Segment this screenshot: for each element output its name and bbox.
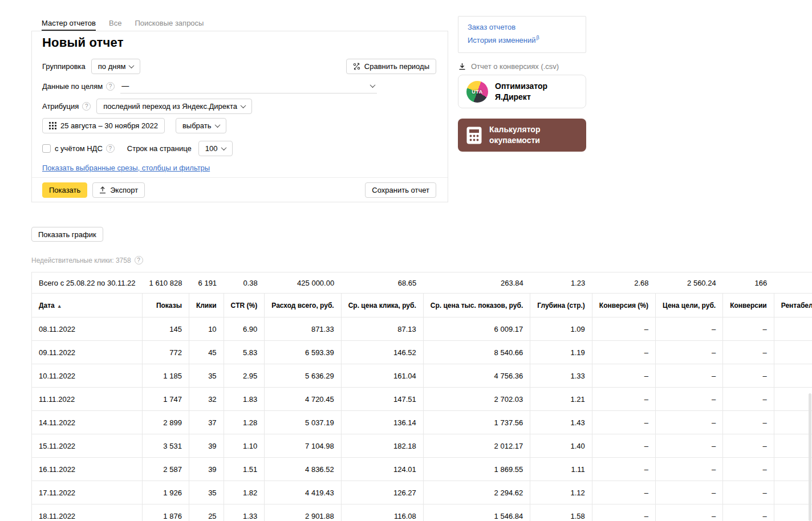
value-cell: 1.28 [224, 411, 265, 434]
summary-value: 2 560.24 [656, 272, 723, 294]
help-icon[interactable]: ? [106, 82, 115, 91]
summary-value: 1.23 [530, 272, 592, 294]
value-cell: 871.33 [265, 318, 341, 341]
value-cell: 7 104.98 [265, 434, 341, 458]
column-header[interactable]: Конверсии [723, 294, 774, 318]
value-cell: 1.10 [224, 434, 265, 458]
column-header[interactable]: Клики [189, 294, 224, 318]
goals-label: Данные по целям [42, 82, 103, 91]
summary-value: 68.65 [341, 272, 423, 294]
show-slices-link[interactable]: Показать выбранные срезы, столбцы и филь… [42, 164, 210, 172]
column-header[interactable]: Показы [143, 294, 189, 318]
value-cell: 146.52 [341, 341, 423, 364]
show-chart-label: Показать график [38, 230, 96, 239]
date-cell: 17.11.2022 [32, 481, 143, 504]
calculator-line1: Калькулятор [489, 124, 540, 135]
date-preset-value: выбрать [182, 121, 212, 130]
date-preset-select[interactable]: выбрать [176, 118, 226, 133]
date-range-button[interactable]: 25 августа – 30 ноября 2022 [42, 118, 165, 133]
value-cell: 2 012.17 [423, 434, 530, 458]
value-cell: – [592, 411, 655, 434]
report-tabs: Мастер отчетов Все Поисковые запросы [42, 19, 204, 31]
column-header[interactable]: Ср. цена клика, руб. [341, 294, 423, 318]
value-cell: – [723, 504, 774, 521]
value-cell: 2.95 [224, 364, 265, 388]
value-cell: 1.43 [530, 411, 592, 434]
tab-search-queries[interactable]: Поисковые запросы [135, 19, 204, 31]
attribution-select[interactable]: последний переход из Яндекс.Директа [96, 99, 252, 114]
grouping-value: по дням [98, 62, 126, 71]
value-cell: 2 901.88 [265, 504, 341, 521]
uta-logo-icon: UTA [466, 81, 488, 103]
save-report-button[interactable]: Сохранить отчет [365, 182, 436, 198]
value-cell: – [774, 458, 812, 481]
show-chart-button[interactable]: Показать график [31, 227, 103, 242]
value-cell: 116.08 [341, 504, 423, 521]
help-icon[interactable]: ? [82, 102, 91, 111]
show-button-label: Показать [49, 186, 80, 194]
column-header[interactable]: CTR (%) [224, 294, 265, 318]
value-cell: 1.09 [530, 318, 592, 341]
summary-value: 166 [723, 272, 774, 294]
help-icon[interactable]: ? [106, 144, 115, 153]
vat-checkbox[interactable] [42, 144, 51, 153]
value-cell: 1 747 [143, 388, 189, 411]
date-cell: 11.11.2022 [32, 388, 143, 411]
value-cell: – [723, 341, 774, 364]
invalid-clicks-note: Недействительные клики: 3758 ? [31, 256, 143, 264]
optimizer-banner[interactable]: UTA Оптимизатор Я.Директ [458, 75, 586, 108]
goals-value: — [121, 82, 129, 90]
order-reports-link[interactable]: Заказ отчетов [468, 23, 576, 31]
table-row: 18.11.20221 876251.332 901.88116.081 546… [32, 504, 812, 521]
date-cell: 14.11.2022 [32, 411, 143, 434]
goals-select[interactable]: — [120, 79, 377, 93]
value-cell: 1.58 [530, 504, 592, 521]
value-cell: 136.14 [341, 411, 423, 434]
optimizer-line1: Оптимизатор [495, 81, 547, 92]
tab-report-wizard[interactable]: Мастер отчетов [42, 19, 96, 31]
value-cell: – [656, 411, 723, 434]
column-header[interactable]: Цена цели, руб. [656, 294, 723, 318]
history-link[interactable]: История изменений [468, 36, 536, 44]
value-cell: 8 540.66 [423, 341, 530, 364]
calculator-icon [466, 127, 482, 144]
export-button[interactable]: Экспорт [92, 182, 145, 198]
value-cell: 25 [189, 504, 224, 521]
rows-per-page-select[interactable]: 100 [198, 141, 233, 156]
value-cell: 1.19 [530, 341, 592, 364]
conversions-csv-link[interactable]: Отчет о конверсиях (.csv) [458, 62, 559, 71]
value-cell: – [774, 411, 812, 434]
show-button[interactable]: Показать [42, 182, 87, 198]
grouping-select[interactable]: по дням [91, 59, 141, 74]
date-cell: 10.11.2022 [32, 364, 143, 388]
value-cell: – [656, 504, 723, 521]
calculator-title: Калькулятор окупаемости [489, 124, 540, 146]
date-cell: 15.11.2022 [32, 434, 143, 458]
column-header[interactable]: Ср. цена тыс. показов, руб. [423, 294, 530, 318]
value-cell: 1 737.56 [423, 411, 530, 434]
value-cell: – [656, 458, 723, 481]
column-header[interactable]: Дата▲ [32, 294, 143, 318]
invalid-clicks-label: Недействительные клики: 3758 [31, 257, 131, 264]
tab-all[interactable]: Все [109, 19, 121, 31]
column-header[interactable]: Рентабельность [774, 294, 812, 318]
vertical-scrollbar[interactable] [809, 393, 811, 521]
chevron-down-icon [214, 122, 220, 128]
value-cell: 45 [189, 341, 224, 364]
value-cell: 5 037.19 [265, 411, 341, 434]
column-header[interactable]: Расход всего, руб. [265, 294, 341, 318]
value-cell: – [723, 434, 774, 458]
value-cell: 87.13 [341, 318, 423, 341]
value-cell: 39 [189, 434, 224, 458]
compare-periods-button[interactable]: Сравнить периоды [346, 59, 436, 74]
value-cell: – [592, 364, 655, 388]
vat-label: с учётом НДС [55, 144, 103, 153]
roi-calculator-banner[interactable]: Калькулятор окупаемости [458, 119, 586, 152]
column-header[interactable]: Глубина (стр.) [530, 294, 592, 318]
column-header[interactable]: Конверсия (%) [592, 294, 655, 318]
help-icon[interactable]: ? [135, 256, 143, 264]
value-cell: – [656, 364, 723, 388]
value-cell: 1.33 [224, 504, 265, 521]
rows-per-page-label: Строк на странице [127, 144, 192, 153]
value-cell: – [592, 388, 655, 411]
